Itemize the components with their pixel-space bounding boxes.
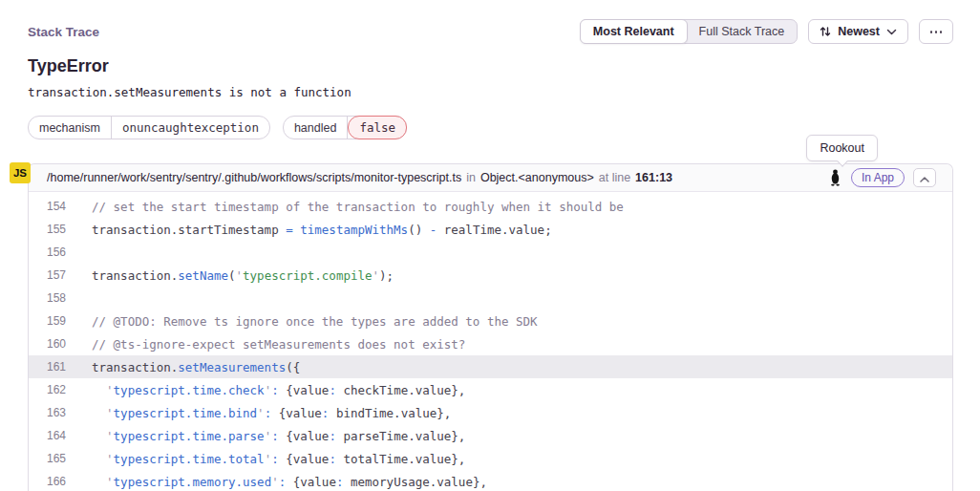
line-number: 160 [29,337,66,351]
code-line: 161transaction.setMeasurements({ [29,355,952,378]
line-number: 162 [29,383,66,396]
code-line: 163 'typescript.time.bind': {value: bind… [29,401,952,424]
tag-value: onuncaughtexception [112,117,269,139]
line-content: 'typescript.time.bind': {value: bindTime… [66,406,451,420]
most-relevant-button[interactable]: Most Relevant [580,19,688,44]
error-message: transaction.setMeasurements is not a fun… [28,85,953,99]
line-number: 164 [29,429,66,442]
chevron-up-icon [920,171,929,185]
file-path: /home/runner/work/sentry/sentry/.github/… [47,171,461,184]
code-line: 162 'typescript.time.check': {value: che… [29,378,952,401]
line-number: 163 [29,406,66,419]
stack-trace-controls: Most Relevant Full Stack Trace Newest [580,19,953,44]
display-mode-segmented-control: Most Relevant Full Stack Trace [580,19,798,44]
code-line: 166 'typescript.memory.used': {value: me… [29,470,952,491]
tag-key: handled [284,117,349,139]
in-app-badge: In App [851,168,905,187]
line-content: 'typescript.memory.used': {value: memory… [66,475,487,489]
line-content: transaction.startTimestamp = timestampWi… [66,223,552,237]
line-number: 166 [29,475,66,488]
chevron-down-icon [886,29,897,35]
line-number: 155 [29,223,66,236]
line-column-number: 161:13 [635,171,672,184]
sort-icon [820,26,831,37]
line-number: 154 [29,200,66,213]
stack-trace-panel: Stack Trace Most Relevant Full Stack Tra… [0,19,980,491]
line-content: transaction.setName('typescript.compile'… [66,268,394,283]
code-line: 165 'typescript.time.total': {value: tot… [29,447,952,470]
stack-frame: JS Rookout /home/runner/work/sentry/sent… [28,163,953,491]
code-line: 155transaction.startTimestamp = timestam… [29,218,952,241]
error-type-title: TypeError [28,56,953,76]
tag-mechanism[interactable]: mechanism onuncaughtexception [28,116,270,139]
rookout-icon[interactable] [828,168,842,187]
frame-header: /home/runner/work/sentry/sentry/.github/… [29,164,952,192]
code-line: 159// @TODO: Remove ts ignore once the t… [29,310,952,332]
frame-actions: In App [828,168,936,187]
more-options-button[interactable] [919,19,953,44]
line-content: // @TODO: Remove ts ignore once the type… [66,314,538,329]
line-content: 'typescript.time.parse': {value: parseTi… [66,429,465,443]
code-line: 157transaction.setName('typescript.compi… [29,264,952,287]
code-line: 156 [29,241,952,264]
code-lines: 154// set the start timestamp of the tra… [29,192,952,491]
line-content: // @ts-ignore-expect setMeasurements doe… [66,337,465,352]
line-number: 159 [29,314,66,328]
javascript-platform-badge: JS [10,162,31,183]
line-content: transaction.setMeasurements({ [66,360,300,374]
line-content: // set the start timestamp of the transa… [66,200,624,214]
line-number: 158 [29,291,66,305]
code-line: 158 [29,287,952,310]
line-number: 157 [29,268,66,282]
frame-location: /home/runner/work/sentry/sentry/.github/… [47,171,672,184]
line-content: 'typescript.time.total': {value: totalTi… [66,452,465,466]
code-line: 160// @ts-ignore-expect setMeasurements … [29,332,952,355]
rookout-tooltip: Rookout [806,135,878,161]
line-number: 161 [29,360,66,374]
ellipsis-icon [930,31,932,33]
sort-newest-button[interactable]: Newest [808,19,908,44]
code-line: 164 'typescript.time.parse': {value: par… [29,424,952,447]
tag-key: mechanism [29,117,112,139]
section-title: Stack Trace [28,25,99,39]
code-line: 154// set the start timestamp of the tra… [29,195,952,218]
sort-label: Newest [838,25,880,38]
line-number: 156 [29,246,66,259]
full-stack-trace-button[interactable]: Full Stack Trace [687,20,798,43]
function-name: Object.<anonymous> [480,171,594,184]
collapse-frame-button[interactable] [913,168,936,187]
line-number: 165 [29,452,66,465]
line-content: 'typescript.time.check': {value: checkTi… [66,383,465,397]
tag-handled[interactable]: handled false [283,116,407,139]
tag-value-alert: false [348,116,407,139]
